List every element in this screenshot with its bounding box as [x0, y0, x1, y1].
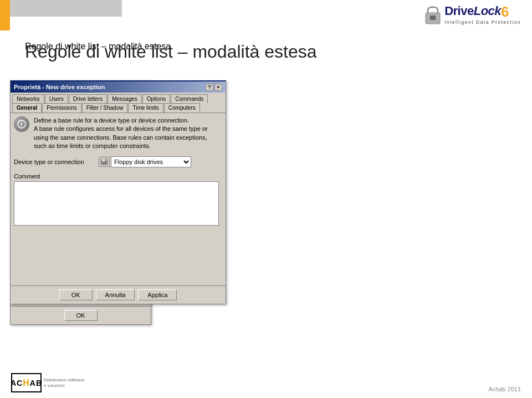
- drivelock-icon: [422, 3, 443, 26]
- dialog-3-tabs-row1: Networks Users Drive letters Messages Op…: [11, 93, 226, 103]
- achab-logo-box: ACHAB: [11, 373, 42, 392]
- dialog-3: Proprietà - New drive exception ? × Netw…: [10, 80, 226, 304]
- tab-networks-3[interactable]: Networks: [12, 94, 44, 103]
- device-dropdown-area: Floppy disk drives USB drives CD/DVD dri…: [99, 156, 191, 167]
- drivelock-logo: DriveLock6 Intelligent Data Protection: [422, 3, 521, 26]
- apply-button-3[interactable]: Applica: [138, 289, 177, 300]
- cancel-button-3[interactable]: Annulla: [96, 289, 135, 300]
- spacer-3: [14, 227, 222, 282]
- page-title-display: Regole di white list – modalità estesa: [25, 42, 317, 62]
- dialog-2-footer: OK: [11, 306, 151, 324]
- dialog-3-title: Proprietà - New drive exception: [14, 84, 105, 90]
- tab-general-3[interactable]: General: [12, 103, 42, 113]
- device-type-row: Device type or connection Floppy disk dr…: [14, 156, 222, 167]
- tab-driveletters-3[interactable]: Drive letters: [69, 94, 107, 103]
- dialog-3-icon: i: [14, 116, 29, 132]
- achab-logo: ACHAB Distributore software e soluzioni: [11, 373, 88, 392]
- dialog-3-titlebar-buttons: ? ×: [206, 84, 222, 91]
- comment-label-3: Comment: [14, 173, 40, 180]
- dialog-3-content: i Define a base rule for a device type o…: [11, 113, 226, 285]
- svg-rect-1: [430, 16, 436, 20]
- svg-text:i: i: [21, 121, 23, 127]
- tab-options-3[interactable]: Options: [142, 94, 170, 103]
- comment-section-3: Comment: [14, 173, 222, 227]
- dialog-3-footer: OK Annulla Applica: [11, 285, 226, 304]
- dialog-3-desc-area: i Define a base rule for a device type o…: [14, 116, 222, 151]
- ok-button-3[interactable]: OK: [59, 289, 93, 300]
- tab-permissions-3[interactable]: Permissions: [42, 103, 81, 113]
- dialog-3-desc-text: Define a base rule for a device type or …: [34, 116, 208, 151]
- device-label: Device type or connection: [14, 159, 94, 165]
- svg-rect-7: [105, 159, 106, 161]
- tab-users-3[interactable]: Users: [45, 94, 68, 103]
- close-button-3[interactable]: ×: [214, 84, 222, 91]
- device-type-select[interactable]: Floppy disk drives USB drives CD/DVD dri…: [111, 156, 191, 167]
- comment-textarea-3[interactable]: [14, 181, 219, 226]
- tab-messages-3[interactable]: Messages: [108, 94, 142, 103]
- tab-computers-3[interactable]: Computers: [164, 103, 200, 113]
- dialog-3-titlebar: Proprietà - New drive exception ? ×: [11, 81, 226, 93]
- device-icon: [99, 157, 110, 167]
- dialog-3-tabs-row2: General Permissions Filter / Shadow Time…: [11, 103, 226, 113]
- tab-timelimits-3[interactable]: Time limits: [128, 103, 163, 113]
- tab-commands-3[interactable]: Commands: [171, 94, 208, 103]
- tab-filtershadow-3[interactable]: Filter / Shadow: [82, 103, 128, 113]
- drivelock-subtitle: Intelligent Data Protection: [444, 19, 521, 25]
- drivelock-brand-text: DriveLock6: [444, 4, 509, 19]
- page-footer: Achab 2011: [488, 386, 521, 392]
- help-button-3[interactable]: ?: [206, 84, 213, 91]
- achab-tagline: Distributore software e soluzioni: [44, 377, 88, 388]
- top-decoration: [0, 0, 122, 30]
- ok-button-2[interactable]: OK: [64, 310, 98, 321]
